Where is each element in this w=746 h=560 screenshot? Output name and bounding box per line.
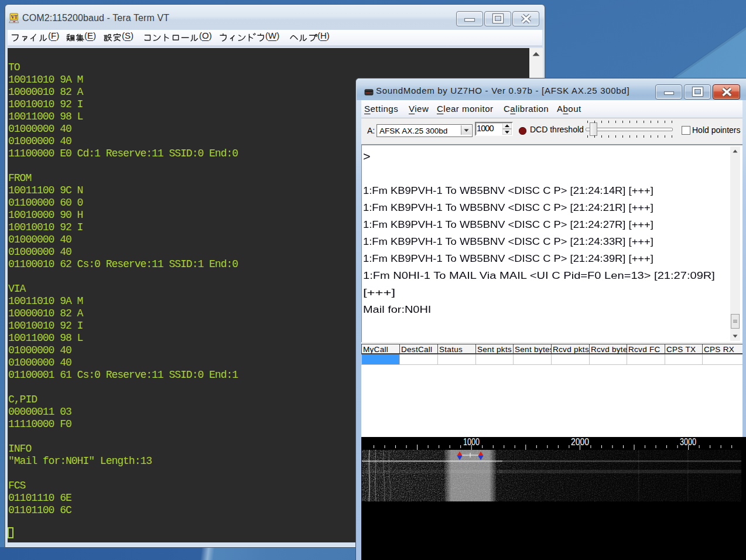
svg-text:3000: 3000 <box>680 437 696 447</box>
svg-text:VT: VT <box>11 15 18 20</box>
